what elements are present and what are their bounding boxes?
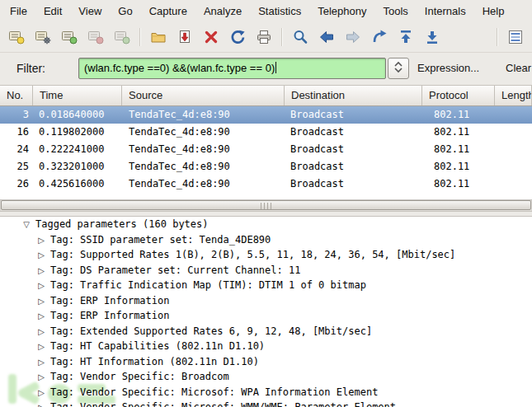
filter-input[interactable]: (wlan.fc.type ==0) &&(wlan.fc.type == 0) xyxy=(78,58,386,79)
packet-row[interactable]: 26 0.425616000 TendaTec_4d:e8:90 Broadca… xyxy=(0,175,532,193)
clear-button[interactable]: Clear xyxy=(501,58,532,77)
expander-closed-icon[interactable]: ▷ xyxy=(35,339,48,355)
menu-help[interactable]: Help xyxy=(474,2,513,21)
expander-closed-icon[interactable]: ▷ xyxy=(35,370,48,386)
wireshark-window: File Edit View Go Capture Analyze Statis… xyxy=(0,0,532,407)
filter-history-dropdown[interactable] xyxy=(388,58,409,79)
scrollbar-thumb[interactable] xyxy=(1,200,531,210)
expander-closed-icon[interactable]: ▷ xyxy=(35,325,48,340)
reload-icon xyxy=(228,28,247,46)
capture-restart-icon xyxy=(113,28,131,46)
tree-row-tag[interactable]: ▷Tag: Supported Rates 1(B), 2(B), 5.5, 1… xyxy=(0,247,532,263)
reload-button[interactable] xyxy=(225,25,250,49)
main-toolbar xyxy=(0,22,532,53)
expander-closed-icon[interactable]: ▷ xyxy=(35,248,48,264)
print-icon xyxy=(255,28,273,46)
file-open-button[interactable] xyxy=(146,25,171,49)
expander-closed-icon[interactable]: ▷ xyxy=(35,278,48,294)
packet-row[interactable]: 3 0.018640000 TendaTec_4d:e8:90 Broadcas… xyxy=(0,106,532,124)
close-icon xyxy=(202,28,220,46)
capture-interfaces-button[interactable] xyxy=(4,25,29,49)
expander-closed-icon[interactable]: ▷ xyxy=(35,355,48,371)
filter-label: Filter: xyxy=(16,62,45,75)
menu-file[interactable]: File xyxy=(2,2,35,21)
packet-list-pane: No. Time Source Destination Protocol Len… xyxy=(0,86,532,211)
tree-row-tag[interactable]: ▷Tag: Vendor Specific: Broadcom xyxy=(0,369,532,385)
menu-tools[interactable]: Tools xyxy=(374,2,416,21)
go-back-button[interactable] xyxy=(314,25,339,49)
print-button[interactable] xyxy=(252,25,276,49)
pane-splitter[interactable] xyxy=(0,211,532,217)
filter-value: (wlan.fc.type ==0) &&(wlan.fc.type == 0) xyxy=(84,62,275,74)
expander-closed-icon[interactable]: ▷ xyxy=(35,294,48,310)
expander-closed-icon[interactable]: ▷ xyxy=(35,386,48,401)
toolbar-separator xyxy=(139,28,141,46)
file-close-button[interactable] xyxy=(199,25,224,49)
expander-closed-icon[interactable]: ▷ xyxy=(35,309,48,325)
tree-row-tag[interactable]: ▷Tag: Vendor Specific: Microsof: WMM/WME… xyxy=(0,400,532,407)
expression-button[interactable]: Expression... xyxy=(412,58,484,77)
folder-open-icon xyxy=(149,28,167,46)
toolbar-separator xyxy=(281,28,283,46)
menu-statistics[interactable]: Statistics xyxy=(250,2,309,21)
tree-row-tag[interactable]: ▷Tag: SSID parameter set: Tenda_4DE890 xyxy=(0,232,532,248)
menu-telephony[interactable]: Telephony xyxy=(309,2,374,21)
tree-row-tag[interactable]: ▷Tag: Vendor Specific: Microsof: WPA Inf… xyxy=(0,385,532,400)
tree-row-tag[interactable]: ▷Tag: DS Parameter set: Current Channel:… xyxy=(0,263,532,278)
expander-closed-icon[interactable]: ▷ xyxy=(35,264,48,279)
column-header-destination[interactable]: Destination xyxy=(285,86,422,105)
column-header-protocol[interactable]: Protocol xyxy=(422,86,495,105)
capture-start-button[interactable] xyxy=(57,25,82,49)
capture-start-icon xyxy=(60,28,78,46)
expander-open-icon[interactable]: ▽ xyxy=(20,218,33,233)
capture-restart-button[interactable] xyxy=(110,25,134,49)
packet-row[interactable]: 24 0.222241000 TendaTec_4d:e8:90 Broadca… xyxy=(0,141,532,158)
go-forward-button[interactable] xyxy=(341,25,365,49)
tree-row-tagged-parameters[interactable]: ▽Tagged parameters (160 bytes) xyxy=(0,217,532,232)
capture-interfaces-icon xyxy=(7,28,26,46)
save-icon xyxy=(176,28,194,46)
search-icon xyxy=(291,28,309,46)
menu-go[interactable]: Go xyxy=(110,2,140,21)
scrollbar-grip-icon xyxy=(261,203,272,209)
expander-closed-icon[interactable]: ▷ xyxy=(35,400,48,407)
go-to-packet-button[interactable] xyxy=(367,25,392,49)
menu-view[interactable]: View xyxy=(70,2,110,21)
capture-options-button[interactable] xyxy=(31,25,55,49)
arrow-left-icon xyxy=(318,28,336,46)
packet-row[interactable]: 25 0.323201000 TendaTec_4d:e8:90 Broadca… xyxy=(0,158,532,175)
find-packet-button[interactable] xyxy=(288,25,313,49)
jump-arrow-icon xyxy=(370,28,388,46)
tree-row-tag[interactable]: ▷Tag: Extended Supported Rates 6, 9, 12,… xyxy=(0,324,532,339)
column-header-no[interactable]: No. xyxy=(0,86,33,105)
packet-list-view-button[interactable] xyxy=(503,25,528,49)
text-caret xyxy=(275,62,276,73)
filter-bar: Filter: (wlan.fc.type ==0) &&(wlan.fc.ty… xyxy=(0,53,532,86)
tree-row-tag[interactable]: ▷Tag: HT Information (802.11n D1.10) xyxy=(0,354,532,370)
file-save-button[interactable] xyxy=(172,25,197,49)
column-header-source[interactable]: Source xyxy=(122,86,285,105)
column-header-time[interactable]: Time xyxy=(33,86,122,105)
menu-analyze[interactable]: Analyze xyxy=(195,2,250,21)
menu-edit[interactable]: Edit xyxy=(35,2,70,21)
capture-stop-button[interactable] xyxy=(83,25,108,49)
tree-row-tag[interactable]: ▷Tag: HT Capabilities (802.11n D1.10) xyxy=(0,339,532,354)
toolbar-separator xyxy=(497,28,498,46)
packet-details-pane: ▽Tagged parameters (160 bytes) ▷Tag: SSI… xyxy=(0,217,532,407)
chevron-up-down-icon xyxy=(393,61,403,76)
tree-row-tag[interactable]: ▷Tag: ERP Information xyxy=(0,293,532,309)
menu-internals[interactable]: Internals xyxy=(417,2,474,21)
tree-row-tag[interactable]: ▷Tag: ERP Information xyxy=(0,308,532,324)
menu-capture[interactable]: Capture xyxy=(141,2,195,21)
arrow-top-icon xyxy=(397,28,415,46)
capture-stop-icon xyxy=(87,28,105,46)
horizontal-scrollbar[interactable] xyxy=(0,199,532,211)
capture-options-icon xyxy=(34,28,52,46)
packet-row[interactable]: 16 0.119802000 TendaTec_4d:e8:90 Broadca… xyxy=(0,124,532,141)
go-first-packet-button[interactable] xyxy=(393,25,418,49)
column-header-length[interactable]: Length xyxy=(495,86,532,105)
expander-closed-icon[interactable]: ▷ xyxy=(35,233,48,249)
menu-bar: File Edit View Go Capture Analyze Statis… xyxy=(0,0,532,22)
tree-row-tag[interactable]: ▷Tag: Traffic Indication Map (TIM): DTIM… xyxy=(0,278,532,293)
go-last-packet-button[interactable] xyxy=(420,25,445,49)
